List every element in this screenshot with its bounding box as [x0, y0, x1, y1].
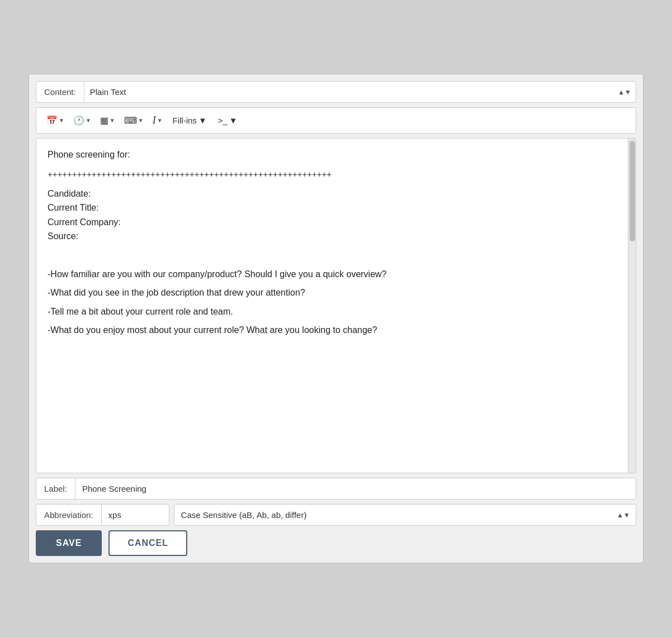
cursor-icon: I [153, 115, 156, 126]
label-field-label: Label: [36, 478, 75, 499]
editor-content[interactable]: Phone screening for: +++++++++++++++++++… [36, 139, 636, 463]
editor-scrollbar-thumb [630, 141, 635, 241]
buttons-row: SAVE CANCEL [36, 530, 636, 556]
content-row: Content: Plain Text Rich Text Markdown ▲… [36, 81, 636, 103]
abbreviation-left: Abbreviation: [36, 504, 169, 526]
calendar-icon: 📅 [46, 115, 58, 126]
table-icon: ▦ [100, 115, 108, 126]
editor-wrapper: Phone screening for: +++++++++++++++++++… [36, 138, 636, 473]
clock-chevron: ▼ [86, 117, 91, 123]
table-chevron: ▼ [110, 117, 115, 123]
fillins-chevron: ▼ [198, 116, 207, 125]
calendar-button[interactable]: 📅 ▼ [43, 113, 68, 128]
label-input[interactable] [75, 478, 636, 499]
editor-q1: -How familiar are you with our company/p… [48, 267, 619, 282]
editor-q4: -What do you enjoy most about your curre… [48, 323, 619, 337]
fillins-label: Fill-ins [173, 116, 197, 125]
content-select[interactable]: Plain Text Rich Text Markdown [84, 82, 636, 102]
dialog: Content: Plain Text Rich Text Markdown ▲… [29, 74, 643, 563]
editor-line1: Phone screening for: [48, 148, 619, 162]
clock-button[interactable]: 🕐 ▼ [70, 113, 94, 128]
abbreviation-row: Abbreviation: Case Sensitive (aB, Ab, ab… [36, 504, 636, 526]
case-select[interactable]: Case Sensitive (aB, Ab, ab, differ) Case… [174, 505, 636, 525]
content-label: Content: [36, 82, 84, 102]
editor-candidate: Candidate:Current Title:Current Company:… [48, 187, 619, 244]
toolbar: 📅 ▼ 🕐 ▼ ▦ ▼ ⌨ ▼ I ▼ Fill-ins ▼ >_ ▼ [36, 107, 636, 134]
calendar-chevron: ▼ [59, 117, 64, 123]
editor-q3: -Tell me a bit about your current role a… [48, 305, 619, 319]
keyboard-chevron: ▼ [138, 117, 144, 123]
script-label: >_ [218, 116, 228, 125]
keyboard-icon: ⌨ [124, 115, 137, 126]
clock-icon: 🕐 [73, 115, 84, 126]
abbreviation-label: Abbreviation: [36, 505, 102, 525]
save-button[interactable]: SAVE [36, 530, 102, 556]
label-row: Label: [36, 478, 636, 500]
editor-spacer [48, 248, 619, 263]
table-button[interactable]: ▦ ▼ [97, 113, 119, 128]
cursor-chevron: ▼ [157, 117, 163, 123]
script-chevron: ▼ [229, 116, 238, 125]
keyboard-button[interactable]: ⌨ ▼ [121, 113, 147, 128]
editor-divider: ++++++++++++++++++++++++++++++++++++++++… [48, 168, 619, 181]
editor-q2: -What did you see in the job description… [48, 286, 619, 300]
fillins-button[interactable]: Fill-ins ▼ [168, 113, 211, 127]
editor-scrollbar[interactable] [628, 139, 636, 473]
script-button[interactable]: >_ ▼ [214, 113, 242, 127]
cancel-button[interactable]: CANCEL [108, 530, 187, 556]
content-select-wrapper[interactable]: Plain Text Rich Text Markdown ▲▼ [84, 82, 636, 102]
abbreviation-input[interactable] [102, 505, 169, 525]
case-select-wrapper[interactable]: Case Sensitive (aB, Ab, ab, differ) Case… [174, 504, 636, 526]
cursor-button[interactable]: I ▼ [149, 112, 166, 129]
